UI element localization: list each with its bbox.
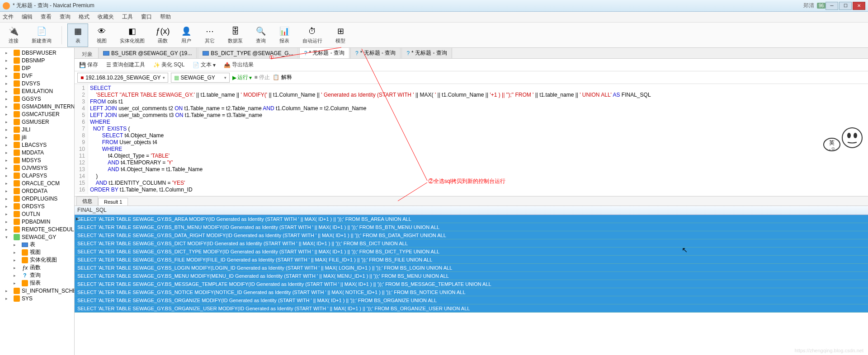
tree-OLAPSYS[interactable]: OLAPSYS [0,172,74,179]
result-row[interactable]: SELECT 'ALTER TABLE SEWAGE_GY.BS_AREA MO… [75,215,868,223]
tree-ORDDATA[interactable]: ORDDATA [0,187,74,195]
connection-combo[interactable]: ■192.168.10.226_SEWAGE_GY▾ [77,73,168,83]
explain-button[interactable]: 📋 解释 [273,74,292,81]
result-row[interactable]: SELECT 'ALTER TABLE SEWAGE_GY.BS_DATA_RI… [75,231,868,239]
toolbar-其它[interactable]: ⋯其它 [200,23,220,47]
result-row[interactable]: SELECT 'ALTER TABLE SEWAGE_GY.BS_ORGANIZ… [75,304,868,313]
sql-line-11[interactable]: t4.Object_Type = 'TABLE' [90,153,866,159]
sql-line-7[interactable]: NOT EXISTS ( [90,126,866,132]
tree-SEWAGE_GY[interactable]: SEWAGE_GY [0,233,74,241]
sql-line-2[interactable]: 'SELECT ''ALTER TABLE SEWAGE_GY.' || t1.… [90,92,866,98]
tab-BS_USER @SEWAGE_GY (19...[interactable]: BS_USER @SEWAGE_GY (19... [98,47,197,58]
stop-button[interactable]: ■ 停止 [255,74,270,81]
tree-ORDSYS[interactable]: ORDSYS [0,202,74,210]
menu-查询[interactable]: 查询 [60,13,71,21]
tree-DIP[interactable]: DIP [0,64,74,72]
toolbar-用户[interactable]: 👤用户 [176,23,196,47]
menu-编辑[interactable]: 编辑 [22,13,33,21]
result-tab[interactable]: Result 1 [98,198,128,206]
tree-DVF[interactable]: DVF [0,72,74,79]
tree-GSMUSER[interactable]: GSMUSER [0,118,74,126]
sql-line-9[interactable]: FROM User_objects t4 [90,139,866,146]
sql-editor[interactable]: 12345678910111213141516 SELECT 'SELECT '… [75,84,868,194]
save-button[interactable]: 💾 保存 [77,60,100,70]
sql-line-12[interactable]: AND t4.TEMPORARY = 'Y' [90,159,866,166]
sql-line-15[interactable]: AND t1.IDENTITY_COLUMN = 'YES' [90,180,866,187]
menu-查看[interactable]: 查看 [41,13,52,21]
tree-GGSYS[interactable]: GGSYS [0,95,74,103]
tab-* 无标题 - 查询[interactable]: ?* 无标题 - 查询 [401,47,452,58]
tree-GSMCATUSER[interactable]: GSMCATUSER [0,110,74,118]
result-row[interactable]: SELECT 'ALTER TABLE SEWAGE_GY.BS_DICT_TY… [75,248,868,256]
beautify-sql-button[interactable]: ✨ 美化 SQL [151,60,186,70]
result-row[interactable]: SELECT 'ALTER TABLE SEWAGE_GY.BS_LOGIN M… [75,264,868,272]
sql-line-13[interactable]: AND t4.Object_Name = t1.Table_Name [90,166,866,173]
tree-报表[interactable]: 报表 [0,279,74,287]
sql-line-16[interactable]: ORDER BY t1.Table_Name, t1.Column_ID [90,187,866,193]
tree-PDBADMIN[interactable]: PDBADMIN [0,218,74,225]
tab-* 无标题 - 查询[interactable]: ?* 无标题 - 查询 [350,47,401,58]
schema-combo[interactable]: ▦SEWAGE_GY▾ [171,73,230,83]
toolbar-报表[interactable]: 📊报表 [274,23,294,47]
result-row[interactable]: SELECT 'ALTER TABLE SEWAGE_GY.BS_MESSAGE… [75,280,868,288]
info-tab[interactable]: 信息 [76,196,98,206]
column-header[interactable]: FINAL_SQL [75,206,868,215]
menu-格式[interactable]: 格式 [79,13,90,21]
text-button[interactable]: 📄 文本 ▾ [191,60,217,70]
export-result-button[interactable]: 📤 导出结果 [222,60,255,70]
tree-ORACLE_OCM[interactable]: ORACLE_OCM [0,179,74,187]
tree-OUTLN[interactable]: OUTLN [0,210,74,218]
sql-line-8[interactable]: SELECT t4.Object_Name [90,132,866,139]
run-button[interactable]: ▶ 运行 ▾ [232,74,252,81]
tree-jili[interactable]: jili [0,133,74,141]
tree-LBACSYS[interactable]: LBACSYS [0,141,74,149]
toolbar-连接[interactable]: 🔌连接 [4,23,24,47]
tree-JILI[interactable]: JILI [0,126,74,133]
tree-查询[interactable]: ?查询 [0,271,74,279]
object-tree[interactable]: DBSFWUSERDBSNMPDIPDVFDVSYSEMULATIONGGSYS… [0,48,75,355]
toolbar-自动运行[interactable]: ⏱自动运行 [298,23,327,47]
result-grid[interactable]: FINAL_SQL SELECT 'ALTER TABLE SEWAGE_GY.… [75,206,868,355]
result-row[interactable]: SELECT 'ALTER TABLE SEWAGE_GY.BS_BTN_MEN… [75,223,868,231]
result-row[interactable]: SELECT 'ALTER TABLE SEWAGE_GY.BS_FILE MO… [75,256,868,264]
sql-line-10[interactable]: WHERE [90,146,866,153]
menu-工具[interactable]: 工具 [122,13,133,21]
sql-line-14[interactable]: ) [90,173,866,180]
menu-窗口[interactable]: 窗口 [141,13,152,21]
tree-函数[interactable]: ƒx函数 [0,264,74,271]
toolbar-模型[interactable]: ⊞模型 [330,23,350,47]
maximize-button[interactable]: ☐ [839,2,852,10]
tree-SYS[interactable]: SYS [0,294,74,302]
sql-line-3[interactable]: FROM cols t1 [90,98,866,105]
minimize-button[interactable]: ─ [826,2,838,10]
menu-收藏夹[interactable]: 收藏夹 [98,13,114,21]
object-tab[interactable]: 对象 [76,51,98,58]
tree-REMOTE_SCHEDULE[interactable]: REMOTE_SCHEDULE [0,225,74,233]
result-row[interactable]: SELECT 'ALTER TABLE SEWAGE_GY.BS_ORGANIZ… [75,296,868,304]
close-button[interactable]: ✕ [853,2,865,10]
toolbar-新建查询[interactable]: 📄新建查询 [27,23,56,47]
toolbar-视图[interactable]: 👁视图 [92,23,112,47]
tree-表[interactable]: 表 [0,241,74,248]
toolbar-数据泵[interactable]: 🗄数据泵 [223,23,247,47]
toolbar-查询[interactable]: 🔍查询 [251,23,271,47]
menu-文件[interactable]: 文件 [3,13,14,21]
tree-OJVMSYS[interactable]: OJVMSYS [0,164,74,172]
menu-帮助[interactable]: 帮助 [160,13,171,21]
tab-BS_DICT_TYPE @SEWAGE_G...[interactable]: BS_DICT_TYPE @SEWAGE_G... [198,47,298,58]
toolbar-表[interactable]: ▦表 [67,23,88,47]
tree-MDDATA[interactable]: MDDATA [0,149,74,156]
sql-line-6[interactable]: WHERE [90,119,866,126]
tree-ORDPLUGINS[interactable]: ORDPLUGINS [0,195,74,202]
query-builder-button[interactable]: ☰ 查询创建工具 [104,60,147,70]
result-row[interactable]: SELECT 'ALTER TABLE SEWAGE_GY.BS_NOTICE … [75,288,868,296]
tree-DBSNMP[interactable]: DBSNMP [0,56,74,64]
tree-SI_INFORMTN_SCHE[interactable]: SI_INFORMTN_SCHE [0,287,74,294]
tree-DBSFWUSER[interactable]: DBSFWUSER [0,49,74,56]
result-row[interactable]: SELECT 'ALTER TABLE SEWAGE_GY.BS_MENU MO… [75,272,868,280]
tree-GSMADMIN_INTERN[interactable]: GSMADMIN_INTERN [0,103,74,110]
toolbar-函数[interactable]: ƒ(x)函数 [153,23,173,47]
tree-DVSYS[interactable]: DVSYS [0,79,74,87]
tree-EMULATION[interactable]: EMULATION [0,87,74,95]
tree-视图[interactable]: 视图 [0,248,74,256]
